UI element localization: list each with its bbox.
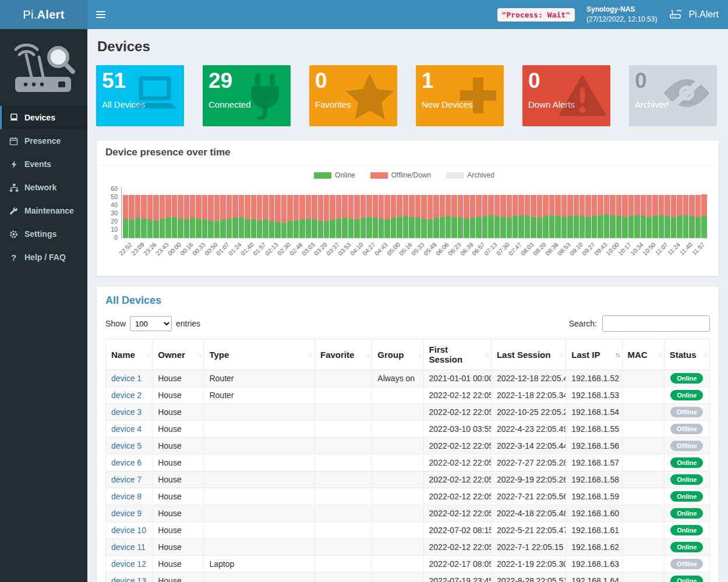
summary-box-new-devices[interactable]: 1 New Devices xyxy=(416,65,504,126)
presence-chart-plot: 22:5223:0923:2623:4300:0000:1600:3300:50… xyxy=(121,187,708,239)
chart-bar: 00:16 xyxy=(184,187,189,238)
cell-group xyxy=(372,522,423,539)
host-name: Synology-NAS xyxy=(586,5,657,15)
cell-last: 2022-8-28 22:05.51 xyxy=(491,573,566,582)
summary-box-down-alerts[interactable]: 0 Down Alerts xyxy=(522,65,610,126)
chart-bar: 05:00 xyxy=(391,187,396,238)
app-logo[interactable]: Pi.Alert xyxy=(0,0,87,29)
device-link[interactable]: device 9 xyxy=(111,509,142,518)
cell-first: 2022-02-12 22:05 xyxy=(423,455,491,471)
plus-icon xyxy=(455,72,501,120)
sidebar-item-events[interactable]: Events xyxy=(0,152,87,176)
wrench-icon xyxy=(9,206,19,215)
sidebar-item-help[interactable]: ? Help / FAQ xyxy=(0,246,87,269)
device-link[interactable]: device 6 xyxy=(111,458,142,467)
device-link[interactable]: device 8 xyxy=(111,492,142,501)
table-row: device 13House2022-07-19 23:452022-8-28 … xyxy=(106,573,710,582)
sidebar-item-presence[interactable]: Presence xyxy=(0,129,87,152)
cell-owner: House xyxy=(153,522,204,539)
device-link[interactable]: device 10 xyxy=(111,526,146,535)
column-header-name[interactable]: Name↑↓ xyxy=(106,339,153,370)
column-header-mac[interactable]: MAC↑↓ xyxy=(622,339,664,370)
chart-bar: 23:43 xyxy=(160,187,165,238)
cell-favorite xyxy=(315,387,372,404)
device-link[interactable]: device 1 xyxy=(111,374,142,383)
laptop-icon xyxy=(9,113,19,122)
chart-bar xyxy=(421,187,426,238)
column-header-first-session[interactable]: First Session↑↓ xyxy=(423,339,491,370)
cell-group xyxy=(372,471,423,488)
device-link[interactable]: device 5 xyxy=(111,441,142,450)
device-link[interactable]: device 3 xyxy=(111,407,142,417)
chart-bar: 05:16 xyxy=(403,187,408,238)
chart-bar xyxy=(567,187,572,238)
device-link[interactable]: device 2 xyxy=(111,391,142,400)
device-link[interactable]: device 13 xyxy=(111,576,146,582)
summary-box-favorites[interactable]: 0 Favorites xyxy=(309,65,397,126)
column-header-last-ip[interactable]: Last IP↑↓ xyxy=(566,339,622,370)
cell-last: 2022-9-19 22:05.26 xyxy=(491,471,566,488)
cell-owner: House xyxy=(153,556,204,573)
column-header-type[interactable]: Type↑↓ xyxy=(204,339,315,370)
legend-item-offline-down[interactable]: Offline/Down xyxy=(370,171,431,179)
chart-bar: 07:13 xyxy=(488,187,493,238)
chart-bar xyxy=(153,187,158,238)
legend-item-archived[interactable]: Archived xyxy=(446,171,494,179)
status-badge: Offline xyxy=(670,407,703,417)
column-header-favorite[interactable]: Favorite↑↓ xyxy=(315,339,372,370)
cell-favorite xyxy=(315,370,372,387)
cell-last: 2022-10-25 22:05.23 xyxy=(491,404,566,421)
chart-bar: 10:50 xyxy=(646,187,652,238)
column-header-group[interactable]: Group↑↓ xyxy=(372,339,423,370)
chart-legend: OnlineOffline/DownArchived xyxy=(100,171,708,179)
x-tick-label: 10:50 xyxy=(641,241,657,257)
device-link[interactable]: device 4 xyxy=(111,424,142,434)
cell-status: Offline xyxy=(664,404,709,421)
summary-box-connected[interactable]: 29 Connected xyxy=(203,65,291,126)
cell-ip: 192.168.1.55 xyxy=(566,421,622,438)
x-tick-label: 04:27 xyxy=(361,241,377,257)
cell-owner: House xyxy=(153,505,204,522)
x-tick-label: 00:16 xyxy=(178,241,194,257)
x-tick-label: 04:10 xyxy=(349,241,365,257)
summary-box-archived[interactable]: 0 Archived xyxy=(629,65,717,126)
chart-bar: 08:03 xyxy=(525,187,530,238)
cell-owner: House xyxy=(153,421,204,438)
cell-first: 2022-02-12 22:05 xyxy=(423,539,491,556)
brand-link[interactable]: Pi.Alert xyxy=(669,7,719,22)
sidebar-item-settings[interactable]: Settings xyxy=(0,222,87,246)
column-label: MAC xyxy=(628,350,648,360)
cell-name: device 6 xyxy=(106,455,153,471)
column-header-last-session[interactable]: Last Session↑↓ xyxy=(491,339,566,370)
summary-box-all-devices[interactable]: 51 All Devices xyxy=(96,65,184,126)
page-length-select[interactable]: 100 xyxy=(130,316,172,331)
sidebar-item-maintenance[interactable]: Maintenance xyxy=(0,199,87,222)
chart-bar xyxy=(652,187,658,238)
x-tick-label: 23:43 xyxy=(154,241,170,257)
cell-first: 2022-03-10 03:55 xyxy=(423,421,491,438)
x-tick-label: 08:36 xyxy=(544,241,560,257)
cell-favorite xyxy=(315,573,372,582)
chart-area: 6050403020100 22:5223:0923:2623:4300:000… xyxy=(100,185,708,241)
legend-item-online[interactable]: Online xyxy=(314,171,355,179)
search-input[interactable] xyxy=(602,315,710,332)
sidebar-toggle-button[interactable] xyxy=(87,0,114,29)
chart-bar xyxy=(165,187,171,238)
cell-ip: 192.168.1.64 xyxy=(566,573,622,582)
sort-arrows-icon: ↑↓ xyxy=(658,351,662,358)
device-link[interactable]: device 7 xyxy=(111,475,142,484)
column-header-status[interactable]: Status↑↓ xyxy=(664,339,709,370)
sidebar-item-network[interactable]: Network xyxy=(0,176,87,199)
chart-bar xyxy=(470,187,475,238)
sort-arrows-icon: ↑↓ xyxy=(485,351,489,358)
device-link[interactable]: device 11 xyxy=(111,542,146,552)
column-header-owner[interactable]: Owner↑↓ xyxy=(153,339,204,370)
chart-bar: 10:34 xyxy=(634,187,639,238)
cell-last: 2022-4-18 22:05.48 xyxy=(491,505,566,522)
cell-ip: 192.168.1.53 xyxy=(566,387,622,404)
sidebar-item-devices[interactable]: Devices xyxy=(0,106,87,129)
cell-owner: House xyxy=(153,488,204,505)
device-link[interactable]: device 12 xyxy=(111,559,146,569)
table-row: device 5House2022-02-12 22:052022-3-14 2… xyxy=(106,438,710,455)
chart-bar xyxy=(141,187,146,238)
